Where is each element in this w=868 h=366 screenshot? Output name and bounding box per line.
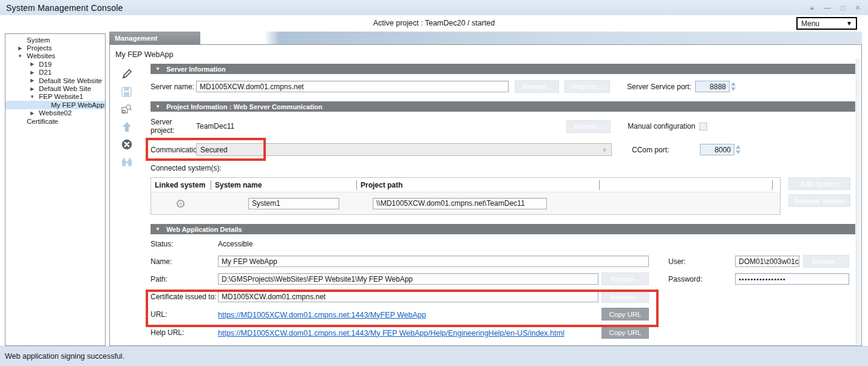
certificate-url-group: Certificate issued to: MD1005XCW.dom01.c… bbox=[151, 290, 855, 320]
expander-collapsed-icon[interactable] bbox=[25, 61, 39, 67]
close-button[interactable]: ✕ bbox=[855, 4, 861, 12]
section-web-application-details[interactable]: ▼ Web Application Details bbox=[151, 224, 855, 234]
user-browse-button[interactable]: Browse... bbox=[803, 255, 849, 268]
page-title: My FEP WebApp bbox=[110, 45, 861, 63]
copy-url-button[interactable]: Copy URL bbox=[602, 308, 649, 320]
expander-collapsed-icon[interactable] bbox=[13, 46, 27, 51]
ccom-port-label: CCom port: bbox=[632, 146, 700, 154]
expander-collapsed-icon[interactable] bbox=[25, 78, 39, 83]
tree-item-system[interactable]: System bbox=[5, 36, 105, 44]
navigation-tree: System Projects Websites D19 D21 Default… bbox=[5, 33, 106, 346]
chevron-down-icon: ▼ bbox=[846, 20, 852, 27]
certificate-browse-button[interactable]: Browse... bbox=[602, 290, 649, 303]
tree-item-d19[interactable]: D19 bbox=[5, 60, 105, 68]
spin-down-icon[interactable] bbox=[736, 151, 741, 154]
save-icon[interactable] bbox=[119, 85, 135, 98]
certificate-input[interactable]: MD1005XCW.dom01.cmpns.net bbox=[218, 291, 598, 302]
top-bar: Active project : TeamDec20 / started Men… bbox=[0, 15, 868, 32]
col-linked-system: Linked system bbox=[151, 180, 211, 190]
status-bar: Web application signing successful. bbox=[0, 346, 868, 366]
manual-configuration-checkbox[interactable] bbox=[699, 123, 707, 130]
url-label: URL: bbox=[151, 310, 218, 319]
tree-item-projects[interactable]: Projects bbox=[5, 44, 105, 52]
communication-dropdown[interactable]: Secured ▼ bbox=[196, 143, 612, 156]
user-label: User: bbox=[668, 257, 735, 266]
name-label: Name: bbox=[151, 257, 218, 266]
project-path-input[interactable]: \\MD1005XCW.dom01.cmpns.net\TeamDec11 bbox=[373, 198, 547, 209]
tab-strip: Management bbox=[109, 32, 862, 44]
tree-item-my-fep-webapp[interactable]: My FEP WebApp bbox=[5, 101, 105, 109]
server-service-port-spinner[interactable]: 8888 bbox=[695, 81, 736, 92]
tab-management[interactable]: Management bbox=[109, 32, 200, 44]
server-browse-button[interactable]: Browse... bbox=[515, 80, 559, 93]
webapp-url-link[interactable]: https://MD1005XCW.dom01.cmpns.net:1443/M… bbox=[218, 311, 426, 319]
collapse-arrow-icon: ▼ bbox=[155, 104, 160, 109]
title-bar: System Management Console 🔒︎ — □ ✕ bbox=[0, 0, 868, 15]
password-input[interactable]: •••••••••••••••• bbox=[735, 273, 849, 285]
manual-configuration-label: Manual configuration bbox=[628, 122, 699, 130]
vertical-scrollbar[interactable] bbox=[856, 58, 861, 345]
path-label: Path: bbox=[151, 275, 218, 283]
remove-system-button[interactable]: Remove System bbox=[788, 194, 850, 207]
expander-expanded-icon[interactable] bbox=[13, 53, 27, 59]
tree-item-fep-website1[interactable]: FEP Website1 bbox=[5, 93, 105, 101]
project-browse-button[interactable]: Browse... bbox=[566, 120, 611, 133]
name-input[interactable]: My FEP WebApp bbox=[218, 256, 649, 267]
col-empty bbox=[599, 180, 772, 190]
maximize-button[interactable]: □ bbox=[841, 4, 845, 12]
sign-pencil-icon[interactable] bbox=[119, 67, 135, 81]
lock-icon: 🔒︎ bbox=[810, 4, 814, 11]
tree-item-websites[interactable]: Websites bbox=[5, 52, 105, 60]
cancel-icon[interactable] bbox=[119, 138, 135, 151]
tree-item-d21[interactable]: D21 bbox=[5, 69, 105, 76]
vertical-toolbar bbox=[110, 63, 143, 339]
tree-item-website02[interactable]: Website02 bbox=[5, 109, 105, 117]
table-header-row: Linked system System name Project path bbox=[151, 178, 780, 192]
server-project-label: Server project: bbox=[151, 118, 196, 135]
management-page: My FEP WebApp bbox=[109, 44, 862, 346]
active-project-label: Active project : TeamDec20 / started bbox=[0, 19, 868, 27]
help-url-link[interactable]: https://MD1005XCW.dom01.cmpns.net:1443/M… bbox=[218, 329, 565, 337]
compare-binoculars-icon[interactable] bbox=[119, 155, 135, 169]
form-area: ▼ Server Information Server name: MD1005… bbox=[143, 63, 861, 339]
server-projects-button[interactable]: Projects... bbox=[565, 80, 610, 93]
password-label: Password: bbox=[668, 275, 735, 283]
tree-item-default-site-website[interactable]: Default Site Website bbox=[5, 76, 105, 84]
connected-systems-table: Linked system System name Project path S… bbox=[151, 177, 781, 215]
server-service-port-value[interactable]: 8888 bbox=[695, 81, 730, 92]
collapse-arrow-icon: ▼ bbox=[155, 226, 160, 232]
minimize-button[interactable]: — bbox=[824, 4, 831, 12]
spin-down-icon[interactable] bbox=[731, 87, 736, 91]
spin-up-icon[interactable] bbox=[731, 82, 736, 86]
help-url-label: Help URL: bbox=[151, 328, 218, 337]
menu-dropdown[interactable]: Menu ▼ bbox=[796, 17, 857, 30]
tree-item-default-web-site[interactable]: Default Web Site bbox=[5, 84, 105, 92]
server-name-input[interactable]: MD1005XCW.dom01.cmpns.net bbox=[196, 81, 509, 92]
status-label: Status: bbox=[151, 240, 218, 248]
copy-help-url-button[interactable]: Copy URL bbox=[602, 326, 649, 339]
section-server-information[interactable]: ▼ Server Information bbox=[151, 64, 855, 74]
ccom-port-value[interactable]: 8000 bbox=[700, 144, 734, 155]
tree-item-certificate[interactable]: Certificate bbox=[5, 117, 105, 125]
upload-arrow-icon[interactable] bbox=[119, 120, 135, 134]
chevron-down-icon[interactable]: ▼ bbox=[598, 144, 611, 155]
linked-system-radio[interactable] bbox=[177, 200, 185, 208]
expander-expanded-icon[interactable] bbox=[25, 94, 39, 100]
col-empty bbox=[772, 180, 780, 190]
user-input[interactable]: DOM01\z003w01c bbox=[735, 256, 799, 267]
status-message: Web application signing successful. bbox=[5, 352, 868, 361]
add-system-button[interactable]: Add System bbox=[788, 177, 850, 190]
expander-collapsed-icon[interactable] bbox=[25, 70, 39, 75]
expander-collapsed-icon[interactable] bbox=[25, 86, 39, 92]
col-project-path: Project path bbox=[356, 180, 599, 190]
section-project-information[interactable]: ▼ Project Information : Web Server Commu… bbox=[151, 101, 855, 112]
verify-search-icon[interactable] bbox=[119, 103, 135, 116]
server-service-port-label: Server Service port: bbox=[627, 83, 695, 91]
system-name-input[interactable]: System1 bbox=[248, 198, 339, 209]
ccom-port-spinner[interactable]: 8000 bbox=[700, 144, 741, 155]
window-title: System Management Console bbox=[6, 3, 123, 13]
path-input[interactable]: D:\GMSProjects\WebSites\FEP Website1\My … bbox=[218, 273, 598, 285]
expander-collapsed-icon[interactable] bbox=[25, 110, 39, 116]
path-browse-button[interactable]: Browse... bbox=[602, 273, 649, 285]
spin-up-icon[interactable] bbox=[736, 145, 741, 149]
